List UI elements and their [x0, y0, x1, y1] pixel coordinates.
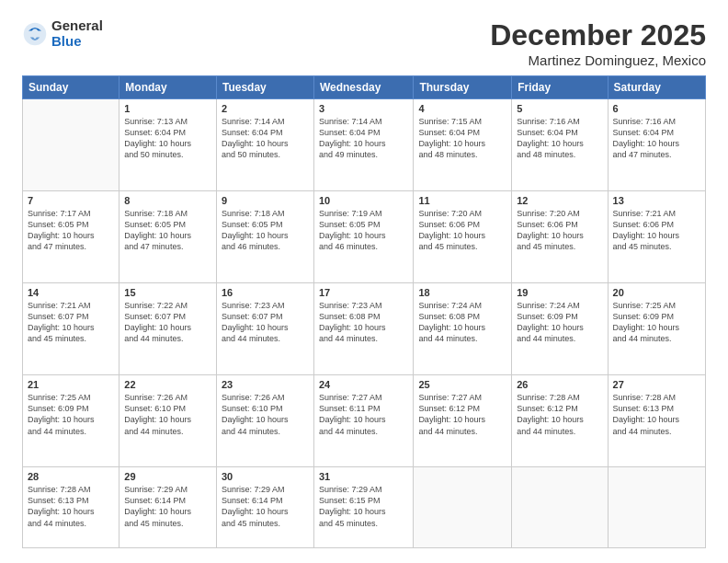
day-info: Sunrise: 7:29 AM Sunset: 6:15 PM Dayligh…: [319, 484, 408, 529]
day-cell: 16Sunrise: 7:23 AM Sunset: 6:07 PM Dayli…: [216, 283, 313, 375]
day-info: Sunrise: 7:26 AM Sunset: 6:10 PM Dayligh…: [124, 392, 211, 437]
day-number: 21: [28, 379, 114, 390]
day-info: Sunrise: 7:24 AM Sunset: 6:09 PM Dayligh…: [517, 300, 602, 345]
day-cell: 12Sunrise: 7:20 AM Sunset: 6:06 PM Dayli…: [512, 191, 608, 283]
day-number: 23: [222, 379, 309, 390]
day-cell: 21Sunrise: 7:25 AM Sunset: 6:09 PM Dayli…: [23, 375, 119, 467]
day-info: Sunrise: 7:21 AM Sunset: 6:06 PM Dayligh…: [613, 208, 700, 253]
day-cell: 14Sunrise: 7:21 AM Sunset: 6:07 PM Dayli…: [23, 283, 119, 375]
day-cell: [23, 99, 119, 191]
week-row-4: 21Sunrise: 7:25 AM Sunset: 6:09 PM Dayli…: [23, 375, 706, 467]
day-cell: 20Sunrise: 7:25 AM Sunset: 6:09 PM Dayli…: [608, 283, 705, 375]
day-number: 28: [28, 471, 114, 482]
day-number: 19: [517, 287, 602, 298]
col-header-friday: Friday: [512, 76, 608, 99]
day-info: Sunrise: 7:20 AM Sunset: 6:06 PM Dayligh…: [517, 208, 602, 253]
logo: General Blue: [22, 18, 103, 49]
page: General Blue December 2025 Martinez Domi…: [0, 0, 728, 563]
day-number: 31: [319, 471, 408, 482]
day-number: 11: [418, 195, 506, 206]
day-info: Sunrise: 7:17 AM Sunset: 6:05 PM Dayligh…: [28, 208, 114, 253]
day-number: 25: [418, 379, 506, 390]
day-cell: 22Sunrise: 7:26 AM Sunset: 6:10 PM Dayli…: [119, 375, 217, 467]
day-info: Sunrise: 7:27 AM Sunset: 6:12 PM Dayligh…: [418, 392, 506, 437]
day-info: Sunrise: 7:21 AM Sunset: 6:07 PM Dayligh…: [28, 300, 114, 345]
day-cell: 17Sunrise: 7:23 AM Sunset: 6:08 PM Dayli…: [313, 283, 413, 375]
day-cell: 29Sunrise: 7:29 AM Sunset: 6:14 PM Dayli…: [119, 467, 217, 548]
day-info: Sunrise: 7:13 AM Sunset: 6:04 PM Dayligh…: [124, 116, 211, 161]
day-number: 22: [124, 379, 211, 390]
day-number: 26: [517, 379, 602, 390]
day-cell: [608, 467, 705, 548]
day-info: Sunrise: 7:28 AM Sunset: 6:13 PM Dayligh…: [613, 392, 700, 437]
col-header-monday: Monday: [119, 76, 217, 99]
day-number: 7: [28, 195, 114, 206]
day-number: 1: [124, 103, 211, 114]
day-cell: 28Sunrise: 7:28 AM Sunset: 6:13 PM Dayli…: [23, 467, 119, 548]
day-cell: 6Sunrise: 7:16 AM Sunset: 6:04 PM Daylig…: [608, 99, 705, 191]
title-block: December 2025 Martinez Dominguez, Mexico: [490, 18, 706, 68]
day-info: Sunrise: 7:27 AM Sunset: 6:11 PM Dayligh…: [319, 392, 408, 437]
day-info: Sunrise: 7:28 AM Sunset: 6:13 PM Dayligh…: [28, 484, 114, 529]
month-title: December 2025: [490, 18, 706, 52]
day-number: 2: [222, 103, 309, 114]
day-cell: 15Sunrise: 7:22 AM Sunset: 6:07 PM Dayli…: [119, 283, 217, 375]
col-header-tuesday: Tuesday: [216, 76, 313, 99]
day-info: Sunrise: 7:25 AM Sunset: 6:09 PM Dayligh…: [28, 392, 114, 437]
col-header-thursday: Thursday: [414, 76, 512, 99]
day-cell: 25Sunrise: 7:27 AM Sunset: 6:12 PM Dayli…: [414, 375, 512, 467]
calendar-table: SundayMondayTuesdayWednesdayThursdayFrid…: [22, 75, 706, 548]
day-info: Sunrise: 7:25 AM Sunset: 6:09 PM Dayligh…: [613, 300, 700, 345]
day-info: Sunrise: 7:20 AM Sunset: 6:06 PM Dayligh…: [418, 208, 506, 253]
day-number: 5: [517, 103, 602, 114]
day-number: 17: [319, 287, 408, 298]
day-info: Sunrise: 7:15 AM Sunset: 6:04 PM Dayligh…: [418, 116, 506, 161]
day-info: Sunrise: 7:23 AM Sunset: 6:08 PM Dayligh…: [319, 300, 408, 345]
day-number: 8: [124, 195, 211, 206]
logo-general: General: [51, 18, 103, 34]
header-row: SundayMondayTuesdayWednesdayThursdayFrid…: [23, 76, 706, 99]
day-cell: 23Sunrise: 7:26 AM Sunset: 6:10 PM Dayli…: [216, 375, 313, 467]
day-cell: 24Sunrise: 7:27 AM Sunset: 6:11 PM Dayli…: [313, 375, 413, 467]
day-info: Sunrise: 7:14 AM Sunset: 6:04 PM Dayligh…: [319, 116, 408, 161]
col-header-wednesday: Wednesday: [313, 76, 413, 99]
day-number: 20: [613, 287, 700, 298]
day-cell: 11Sunrise: 7:20 AM Sunset: 6:06 PM Dayli…: [414, 191, 512, 283]
day-info: Sunrise: 7:16 AM Sunset: 6:04 PM Dayligh…: [517, 116, 602, 161]
day-number: 27: [613, 379, 700, 390]
day-number: 6: [613, 103, 700, 114]
day-info: Sunrise: 7:18 AM Sunset: 6:05 PM Dayligh…: [222, 208, 309, 253]
day-cell: [414, 467, 512, 548]
col-header-saturday: Saturday: [608, 76, 705, 99]
day-info: Sunrise: 7:29 AM Sunset: 6:14 PM Dayligh…: [222, 484, 309, 529]
logo-blue: Blue: [51, 34, 103, 50]
day-number: 13: [613, 195, 700, 206]
day-cell: 31Sunrise: 7:29 AM Sunset: 6:15 PM Dayli…: [313, 467, 413, 548]
day-cell: 18Sunrise: 7:24 AM Sunset: 6:08 PM Dayli…: [414, 283, 512, 375]
day-cell: 19Sunrise: 7:24 AM Sunset: 6:09 PM Dayli…: [512, 283, 608, 375]
day-cell: 9Sunrise: 7:18 AM Sunset: 6:05 PM Daylig…: [216, 191, 313, 283]
day-info: Sunrise: 7:29 AM Sunset: 6:14 PM Dayligh…: [124, 484, 211, 529]
day-cell: 30Sunrise: 7:29 AM Sunset: 6:14 PM Dayli…: [216, 467, 313, 548]
svg-point-0: [24, 22, 47, 45]
day-number: 24: [319, 379, 408, 390]
week-row-5: 28Sunrise: 7:28 AM Sunset: 6:13 PM Dayli…: [23, 467, 706, 548]
day-info: Sunrise: 7:28 AM Sunset: 6:12 PM Dayligh…: [517, 392, 602, 437]
week-row-1: 1Sunrise: 7:13 AM Sunset: 6:04 PM Daylig…: [23, 99, 706, 191]
day-number: 3: [319, 103, 408, 114]
day-number: 14: [28, 287, 114, 298]
day-number: 16: [222, 287, 309, 298]
day-number: 18: [418, 287, 506, 298]
col-header-sunday: Sunday: [23, 76, 119, 99]
day-number: 10: [319, 195, 408, 206]
day-cell: 7Sunrise: 7:17 AM Sunset: 6:05 PM Daylig…: [23, 191, 119, 283]
day-cell: 27Sunrise: 7:28 AM Sunset: 6:13 PM Dayli…: [608, 375, 705, 467]
day-cell: 4Sunrise: 7:15 AM Sunset: 6:04 PM Daylig…: [414, 99, 512, 191]
day-cell: 8Sunrise: 7:18 AM Sunset: 6:05 PM Daylig…: [119, 191, 217, 283]
day-cell: 5Sunrise: 7:16 AM Sunset: 6:04 PM Daylig…: [512, 99, 608, 191]
logo-text: General Blue: [51, 18, 103, 49]
day-number: 12: [517, 195, 602, 206]
day-info: Sunrise: 7:23 AM Sunset: 6:07 PM Dayligh…: [222, 300, 309, 345]
day-cell: 1Sunrise: 7:13 AM Sunset: 6:04 PM Daylig…: [119, 99, 217, 191]
header: General Blue December 2025 Martinez Domi…: [22, 18, 706, 68]
